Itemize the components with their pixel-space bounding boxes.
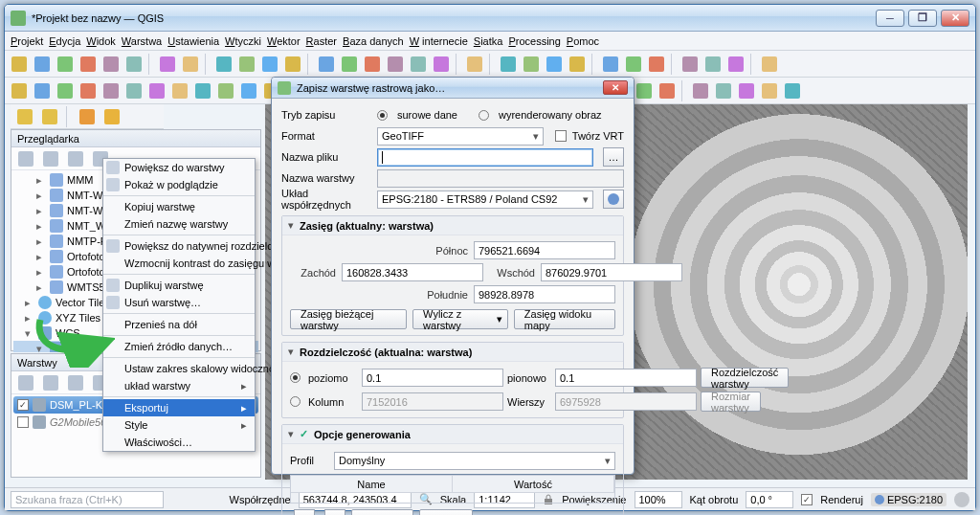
- menu-projekt[interactable]: Projekt: [11, 35, 43, 47]
- help-icon[interactable]: [679, 54, 701, 75]
- validate-button[interactable]: Sprawdź: [351, 509, 413, 515]
- menu-item[interactable]: Pokaż w podglądzie: [103, 176, 255, 193]
- filter-icon[interactable]: [65, 372, 86, 393]
- zoom-full-icon[interactable]: [339, 54, 360, 75]
- add-mesh-icon[interactable]: [55, 80, 76, 101]
- menu-item[interactable]: Powiększ do natywnej rozdzielczości (100…: [103, 237, 255, 255]
- chevron-down-icon[interactable]: ▾: [288, 428, 294, 440]
- select-icon[interactable]: [646, 54, 667, 75]
- add-row-button[interactable]: ✚: [294, 509, 315, 515]
- rose-icon[interactable]: [736, 80, 757, 101]
- cols-radio[interactable]: [290, 396, 301, 407]
- mag-value[interactable]: 100%: [635, 491, 682, 508]
- menu-item[interactable]: Powiększ do warstwy: [103, 159, 255, 176]
- style-icon[interactable]: [15, 372, 36, 393]
- minimize-button[interactable]: ─: [876, 10, 904, 27]
- new-icon[interactable]: [9, 54, 30, 75]
- add-wfs-icon[interactable]: [215, 80, 236, 101]
- crs-combo[interactable]: EPSG:2180 - ETRS89 / Poland CS92: [377, 190, 593, 209]
- zoom-layer-icon[interactable]: [385, 54, 406, 75]
- print-icon[interactable]: [100, 54, 122, 75]
- menu-item[interactable]: Duplikuj warstwę: [103, 277, 255, 294]
- sum-icon[interactable]: [623, 54, 644, 75]
- vrt-check[interactable]: [555, 130, 567, 142]
- py-icon[interactable]: [713, 80, 734, 101]
- menu-item[interactable]: Usuń warstwę…: [103, 294, 255, 311]
- car-icon[interactable]: [690, 80, 711, 101]
- browse-button[interactable]: …: [603, 147, 624, 167]
- blue1-icon[interactable]: [634, 80, 655, 101]
- menu-edycja[interactable]: Edycja: [49, 35, 80, 47]
- color-icon[interactable]: [759, 54, 780, 75]
- menubar[interactable]: ProjektEdycjaWidokWarstwaUstawieniaWtycz…: [5, 32, 975, 51]
- refresh-icon[interactable]: [40, 148, 61, 169]
- menu-item[interactable]: Zmień źródło danych…: [103, 338, 255, 355]
- redo-icon[interactable]: [180, 54, 201, 75]
- menu-raster[interactable]: Raster: [306, 35, 337, 47]
- calc-from-layer-button[interactable]: Wylicz z warstwy▾: [412, 309, 508, 329]
- dialog-titlebar[interactable]: Zapisz warstwę rastrową jako… ✕: [272, 78, 634, 99]
- menu-baza danych[interactable]: Baza danych: [343, 35, 404, 47]
- remove-row-button[interactable]: ━: [324, 509, 345, 515]
- zoom-prev-icon[interactable]: [408, 54, 429, 75]
- west-input[interactable]: [342, 263, 483, 281]
- menu-ustawienia[interactable]: Ustawienia: [167, 35, 219, 47]
- format-combo[interactable]: GeoTIFF: [377, 127, 544, 146]
- add-wms-icon[interactable]: [169, 80, 190, 101]
- add-delim-icon[interactable]: [78, 80, 99, 101]
- rot-value[interactable]: 0,0 °: [746, 491, 793, 508]
- profile-combo[interactable]: Domyślny: [334, 452, 615, 470]
- info-icon[interactable]: [702, 54, 724, 75]
- messages-icon[interactable]: [954, 492, 969, 507]
- chevron-down-icon[interactable]: ▾: [288, 346, 294, 358]
- menu-item[interactable]: układ warstwy▸: [103, 377, 255, 394]
- close-button[interactable]: ✕: [941, 10, 969, 27]
- zoom-next-icon[interactable]: [431, 54, 452, 75]
- save-icon[interactable]: [55, 54, 76, 75]
- zoom-in-icon[interactable]: [259, 54, 280, 75]
- north-input[interactable]: [474, 241, 615, 259]
- map-tips-icon[interactable]: [498, 54, 519, 75]
- measure-a-icon[interactable]: [567, 54, 588, 75]
- zoom-native-icon[interactable]: [316, 54, 337, 75]
- layername-input[interactable]: [377, 169, 624, 188]
- pan-icon[interactable]: [213, 54, 234, 75]
- menu-wektor[interactable]: Wektor: [267, 35, 301, 47]
- undo-icon[interactable]: [157, 54, 178, 75]
- menu-item[interactable]: Kopiuj warstwę: [103, 198, 255, 215]
- layer-context-menu[interactable]: Powiększ do warstwyPokaż w podglądzieKop…: [102, 158, 256, 452]
- menu-item[interactable]: Właściwości…: [103, 434, 255, 451]
- menu-w internecie[interactable]: W internecie: [410, 35, 468, 47]
- eye-icon[interactable]: [40, 372, 61, 393]
- south-input[interactable]: [474, 285, 615, 303]
- menu-item[interactable]: Eksportuj▸: [103, 399, 255, 416]
- filename-input[interactable]: [377, 148, 593, 167]
- brush-icon[interactable]: [759, 80, 780, 101]
- identify-icon[interactable]: [521, 54, 542, 75]
- add-raster-icon[interactable]: [32, 80, 53, 101]
- options-table[interactable]: Name Wartość: [290, 475, 615, 504]
- menu-widok[interactable]: Widok: [86, 35, 116, 47]
- add-pg-icon[interactable]: [123, 80, 145, 101]
- vert-input[interactable]: [555, 369, 697, 387]
- grid-icon[interactable]: [782, 80, 803, 101]
- menu-item[interactable]: Zmień nazwę warstwy: [103, 215, 255, 233]
- menu-pomoc[interactable]: Pomoc: [567, 35, 599, 47]
- add-mssql-icon[interactable]: [146, 80, 167, 101]
- open-icon[interactable]: [32, 54, 53, 75]
- measure-icon[interactable]: [544, 54, 565, 75]
- menu-wtyczki[interactable]: Wtyczki: [225, 35, 261, 47]
- menu-siatka[interactable]: Siatka: [474, 35, 503, 47]
- layout-icon[interactable]: [123, 54, 145, 75]
- dialog-close-button[interactable]: ✕: [603, 80, 628, 95]
- rendered-image-radio[interactable]: [479, 110, 489, 121]
- menu-item[interactable]: Ustaw zakres skalowy widoczności warstwy…: [103, 360, 255, 377]
- render-check[interactable]: ✓: [801, 494, 813, 505]
- add-vector-icon[interactable]: [9, 80, 30, 101]
- zoom-out-icon[interactable]: [282, 54, 303, 75]
- toolbar-row-1[interactable]: [5, 51, 975, 78]
- opts-help-button[interactable]: Pomoc: [419, 509, 473, 515]
- text-icon[interactable]: [725, 54, 746, 75]
- add-wcs-icon[interactable]: [192, 80, 213, 101]
- locator-search[interactable]: Szukana fraza (Ctrl+K): [11, 491, 164, 508]
